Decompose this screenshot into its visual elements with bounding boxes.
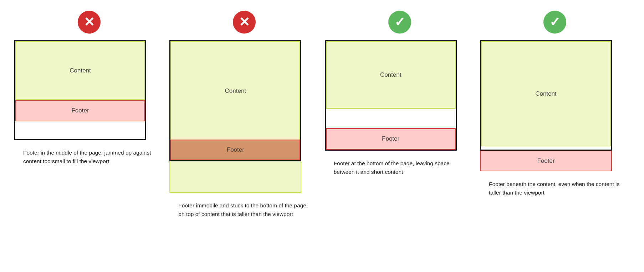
diag3-footer-label: Footer <box>382 135 399 142</box>
column-1: ✕ Content Footer Footer in the middle of… <box>14 11 164 166</box>
good-icon-circle-4: ✓ <box>543 11 566 34</box>
diagram-3: Content Footer <box>325 40 475 151</box>
diag1-footer-label: Footer <box>71 107 89 114</box>
diag2-footer-fixed: Footer <box>170 140 300 160</box>
diag4-viewport: Content <box>480 40 612 151</box>
diag4-content: Content <box>481 41 611 146</box>
bad-icon-circle-2: ✕ <box>233 11 256 34</box>
diag1-box: Content Footer <box>14 40 146 140</box>
diag1-content-label: Content <box>70 67 91 74</box>
bad-icon-symbol-1: ✕ <box>84 16 94 29</box>
icon-row-2: ✕ <box>233 11 256 34</box>
diag3-footer: Footer <box>326 128 456 150</box>
diag2-content-label: Content <box>170 87 300 95</box>
bad-icon-circle-1: ✕ <box>78 11 101 34</box>
main-container: ✕ Content Footer Footer in the middle of… <box>14 11 630 218</box>
diag1-footer: Footer <box>15 100 145 121</box>
diag2-extra-below <box>169 161 301 193</box>
good-icon-symbol-4: ✓ <box>550 16 560 29</box>
column-4: ✓ Content Footer Footer beneath the cont… <box>480 11 630 197</box>
diag1-content: Content <box>15 41 145 100</box>
diag3-content: Content <box>326 41 456 109</box>
column-2: ✕ Content Footer Footer immobile and stu… <box>169 11 319 218</box>
icon-row-4: ✓ <box>543 11 566 34</box>
icon-row-3: ✓ <box>388 11 411 34</box>
desc-4: Footer beneath the content, even when th… <box>489 180 621 197</box>
diag2-content-text: Content <box>225 87 246 94</box>
bad-icon-symbol-2: ✕ <box>239 16 250 29</box>
desc-3: Footer at the bottom of the page, leavin… <box>334 159 466 176</box>
desc-1: Footer in the middle of the page, jammed… <box>23 148 155 166</box>
diag4-footer-label: Footer <box>537 157 554 165</box>
diagram-1: Content Footer <box>14 40 164 140</box>
diagram-2: Content Footer <box>169 40 319 193</box>
good-icon-circle-3: ✓ <box>388 11 411 34</box>
diag3-content-label: Content <box>380 71 402 79</box>
desc-2: Footer immobile and stuck to the bottom … <box>178 201 310 218</box>
good-icon-symbol-3: ✓ <box>394 16 405 29</box>
diag3-box: Content Footer <box>325 40 457 151</box>
diag2-viewport: Content Footer <box>169 40 301 161</box>
diag2-footer-label: Footer <box>227 146 244 153</box>
diag2-outer: Content Footer <box>169 40 301 193</box>
icon-row-1: ✕ <box>78 11 101 34</box>
column-3: ✓ Content Footer Footer at the bottom of… <box>325 11 475 176</box>
diag4-content-label: Content <box>535 90 557 97</box>
diag4-footer: Footer <box>480 151 612 171</box>
diagram-4: Content Footer <box>480 40 630 171</box>
